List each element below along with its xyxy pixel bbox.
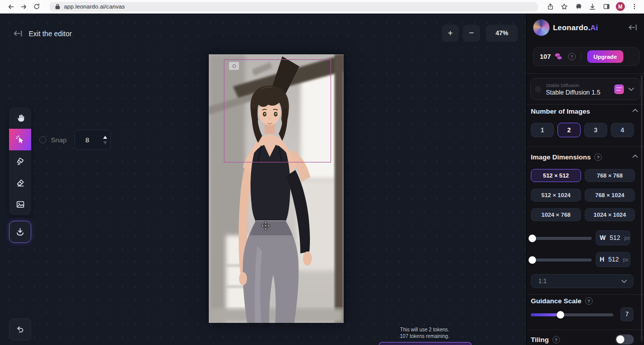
browser-profile-avatar[interactable]: M [616,2,625,11]
dim-1024x1024[interactable]: 1024 × 1024 [585,208,635,221]
width-slider[interactable] [531,237,592,240]
height-slider-thumb[interactable] [529,256,536,264]
height-value[interactable]: 512 [608,256,619,263]
move-cursor-icon [261,221,270,230]
token-usage-note: This will use 2 tokens. 107 tokens remai… [384,326,465,339]
aspect-ratio-dropdown[interactable]: 1:1 [531,274,633,288]
height-slider[interactable] [531,258,592,262]
num-images-option-1[interactable]: 1 [531,123,554,137]
width-label: W [600,234,606,241]
height-unit: px [623,256,628,263]
model-thumbnail [535,86,541,93]
dim-1024x768[interactable]: 1024 × 768 [531,208,581,221]
collapse-section-chevron-up-icon[interactable] [632,109,638,112]
upgrade-button[interactable]: Upgrade [587,50,623,63]
selection-image-badge-icon[interactable] [229,62,239,70]
generate-button-partial[interactable] [379,342,471,345]
browser-forward-icon[interactable] [18,1,29,12]
token-coins-icon [554,52,563,61]
stepper-down-icon[interactable] [103,141,107,144]
browser-menu-kebab-icon[interactable] [629,2,639,12]
guidance-scale-value[interactable]: 7 [620,307,633,321]
dimension-presets: 512 × 512 768 × 768 512 × 1024 768 × 102… [531,169,635,221]
exit-editor-button[interactable]: Exit the editor [13,29,72,38]
guidance-slider-row [531,311,613,318]
collapse-sidebar-icon[interactable] [627,23,637,32]
height-value-box[interactable]: H 512 px [596,252,630,267]
num-images-option-2-selected[interactable]: 2 [557,123,581,137]
width-slider-row [531,234,592,242]
browser-back-icon[interactable] [5,1,16,12]
guidance-help-icon[interactable]: ? [585,297,593,305]
model-selector-label: Stable Diffusion [546,82,612,88]
user-avatar[interactable] [533,19,550,36]
model-selector[interactable]: Stable Diffusion Stable Diffusion 1.5 [530,78,640,100]
token-usage-line2: 107 tokens remaining. [384,333,465,339]
editor-canvas[interactable]: Exit the editor + − 47% [0,14,526,345]
downloads-icon[interactable] [588,2,597,12]
number-of-images-options: 1 2 3 4 [531,123,634,137]
tiling-toggle-off[interactable] [615,334,634,344]
browser-refresh-icon[interactable] [31,1,42,12]
collapse-section-chevron-up-icon[interactable] [632,154,638,158]
section-divider [527,73,644,74]
app-window: app.leonardo.ai/canvas M [0,0,644,345]
download-image-tool[interactable] [9,221,31,243]
bookmark-star-icon[interactable] [559,2,569,12]
side-panel-icon[interactable] [602,2,611,12]
width-slider-thumb[interactable] [529,234,536,242]
image-dimensions-title: Image Dimensions ? [531,153,602,161]
exit-editor-label: Exit the editor [29,30,72,38]
image-tool[interactable] [9,194,31,215]
num-images-option-3[interactable]: 3 [584,123,607,137]
section-divider [527,146,644,147]
browser-toolbar: app.leonardo.ai/canvas M [0,0,644,14]
undo-button[interactable] [9,318,31,340]
snap-value[interactable]: 8 [75,130,100,149]
guidance-slider-thumb[interactable] [557,311,565,318]
brand-name: Leonardo. [553,23,590,32]
tiling-help-icon[interactable]: ? [552,336,560,343]
guidance-slider[interactable] [531,313,613,316]
exit-arrow-icon [13,29,23,38]
brand-suffix: Ai [590,23,598,32]
share-icon[interactable] [545,2,555,12]
section-divider [527,104,644,105]
section-divider [527,329,644,330]
brush-tool[interactable] [9,150,31,172]
dimensions-help-icon[interactable]: ? [594,153,602,161]
address-bar[interactable]: app.leonardo.ai/canvas [49,2,538,12]
width-value-box[interactable]: W 512 px [596,230,630,245]
model-selected-value: Stable Diffusion 1.5 [546,89,612,96]
zoom-in-button[interactable]: + [442,25,459,42]
chevron-down-icon [628,88,634,91]
selection-box[interactable] [224,59,331,162]
height-slider-row [531,256,592,264]
select-tool[interactable] [9,129,31,150]
number-of-images-title: Number of Images [531,108,590,115]
num-images-option-4[interactable]: 4 [611,123,634,137]
tool-rail [9,107,31,215]
snap-label: Snap [51,136,67,144]
url-text: app.leonardo.ai/canvas [64,4,125,10]
dim-768x768[interactable]: 768 × 768 [585,169,635,182]
zoom-out-button[interactable]: − [463,25,480,42]
width-value[interactable]: 512 [610,234,620,241]
zoom-controls: + − 47% [442,25,518,42]
token-help-icon[interactable]: ? [568,53,576,60]
generation-sidebar: Leonardo.Ai 107 ? Upgrade [526,14,644,345]
token-count: 107 [540,53,551,60]
snap-radio[interactable] [39,136,46,143]
eraser-tool[interactable] [9,172,31,194]
sidebar-scrollbar[interactable] [641,75,642,341]
dim-768x1024[interactable]: 768 × 1024 [585,189,635,202]
zoom-level[interactable]: 47% [486,25,518,42]
dim-512x512-selected[interactable]: 512 × 512 [531,169,581,182]
pan-hand-tool[interactable] [9,107,31,129]
extensions-puzzle-icon[interactable] [574,2,583,12]
dim-512x1024[interactable]: 512 × 1024 [531,189,581,202]
snap-value-input[interactable]: 8 [74,130,111,150]
token-panel: 107 ? Upgrade [533,47,639,66]
stepper-up-icon[interactable] [103,136,107,139]
brand-logo: Leonardo.Ai [553,23,598,32]
